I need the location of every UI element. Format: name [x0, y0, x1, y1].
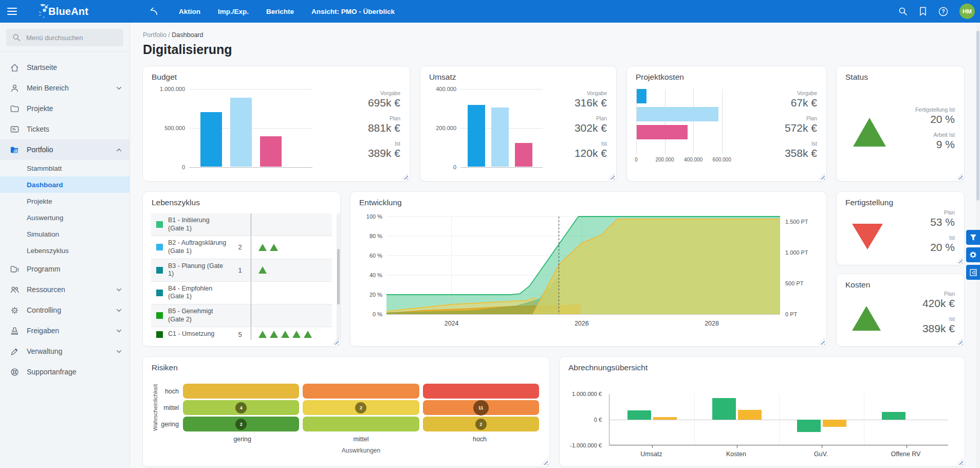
stat-label: Vorgabe: [323, 90, 400, 96]
risk-cell-hoch-hoch[interactable]: [423, 384, 539, 399]
resize-handle[interactable]: [956, 173, 963, 179]
sidebar-subitem-projekte[interactable]: Projekte: [0, 193, 130, 209]
risiken-card: Risiken Wahrscheinlichkeithochmittelgeri…: [142, 356, 550, 467]
sidebar-item-startseite[interactable]: Startseite: [0, 57, 130, 78]
sidebar-subitem-stammblatt[interactable]: Stammblatt: [0, 160, 130, 176]
bar-vorgabe: [468, 105, 485, 167]
status-up-triangle-icon: [304, 331, 312, 338]
bar-umsatz-s1: [627, 410, 651, 420]
resize-handle[interactable]: [956, 338, 963, 345]
sidebar-item-portfolio[interactable]: Portfolio: [0, 139, 130, 160]
risk-cell-mittel-mittel[interactable]: 2: [303, 400, 419, 415]
risk-count-badge[interactable]: 2: [355, 402, 366, 413]
menu-toggle-icon[interactable]: [0, 6, 24, 17]
risk-grid-row: 4211: [183, 400, 539, 415]
bar-plan: [637, 107, 718, 121]
risk-row-label: hoch: [159, 384, 183, 399]
risk-cell-gering-hoch[interactable]: 2: [423, 417, 539, 431]
risk-matrix: Wahrscheinlichkeithochmittelgering421122…: [151, 384, 539, 454]
risk-count-badge[interactable]: 4: [235, 402, 247, 413]
lifecycle-row[interactable]: B2 - Auftragsklärung (Gate 1)2: [151, 236, 332, 259]
risk-cell-mittel-gering[interactable]: 4: [183, 400, 299, 415]
risk-row-label: mittel: [159, 400, 183, 415]
x-tick: [822, 445, 822, 448]
sidebar-item-supportanfrage[interactable]: Supportanfrage: [0, 362, 130, 382]
risk-grid: 421122: [183, 384, 539, 431]
sidebar-subitem-lebenszyklus[interactable]: Lebenszyklus: [0, 242, 130, 259]
resize-handle[interactable]: [957, 459, 963, 465]
risk-cell-mittel-hoch[interactable]: 11: [423, 400, 539, 415]
resize-handle[interactable]: [402, 173, 408, 179]
nav-item-imp-exp[interactable]: Imp./Exp.: [218, 8, 249, 15]
risk-count-badge[interactable]: 2: [475, 419, 487, 430]
nav-item-ansicht-pmo-überblick[interactable]: Ansicht: PMO - Überblick: [311, 8, 395, 15]
sidebar-item-ressourcen[interactable]: Ressourcen: [0, 279, 130, 300]
phase-name: B3 - Planung (Gate 1): [151, 259, 229, 281]
collapse-panel-button[interactable]: [966, 265, 980, 280]
sidebar-item-programm[interactable]: Programm: [0, 259, 130, 279]
category-label: GuV.: [779, 451, 863, 458]
sidebar-item-verwaltung[interactable]: Verwaltung: [0, 341, 130, 362]
main-content: Portfolio / Dashboard Digitalisierung Bu…: [131, 23, 980, 468]
stat-ist: Ist120k €: [530, 140, 607, 159]
risk-count-badge[interactable]: 11: [473, 400, 489, 416]
help-icon[interactable]: ?: [938, 7, 948, 16]
lifecycle-row[interactable]: B5 - Genehmigt (Gate 2): [151, 304, 332, 327]
risk-count-badge[interactable]: 2: [235, 419, 247, 430]
sidebar-subitem-simulation[interactable]: Simulation: [0, 226, 130, 242]
search-icon[interactable]: [898, 7, 908, 16]
fertigstellung-card: Fertigstellung Plan53 %Ist20 %: [836, 191, 965, 265]
sidebar-item-freigaben[interactable]: Freigaben: [0, 320, 130, 341]
resize-handle[interactable]: [608, 173, 615, 179]
menu-search-input[interactable]: [26, 34, 118, 42]
sidebar-item-controlling[interactable]: Controlling: [0, 300, 130, 320]
lifecycle-row[interactable]: C1 - Umsetzung5: [151, 327, 332, 340]
resize-handle[interactable]: [956, 257, 963, 263]
risk-cell-gering-gering[interactable]: 2: [183, 417, 299, 431]
sidebar-item-tickets[interactable]: Tickets: [0, 119, 130, 139]
menu-search[interactable]: [6, 29, 123, 46]
nav-item-aktion[interactable]: Aktion: [179, 8, 200, 15]
lifecycle-row[interactable]: B4 - Empfohlen (Gate 1): [151, 282, 332, 304]
user-avatar[interactable]: HM: [959, 4, 975, 19]
card-title: Entwicklung: [359, 198, 402, 207]
scrollbar-thumb[interactable]: [337, 249, 340, 304]
table-scrollbar[interactable]: [337, 213, 340, 340]
nav-item-berichte[interactable]: Berichte: [266, 8, 294, 15]
page-title: Digitalisierung: [143, 42, 232, 57]
risk-cell-gering-mittel[interactable]: [303, 417, 419, 431]
sidebar-item-label: Portfolio: [27, 146, 108, 154]
phase-name: C1 - Umsetzung: [151, 327, 229, 340]
stat-value: 9 %: [878, 138, 955, 151]
risk-cell-hoch-gering[interactable]: [183, 384, 299, 399]
stat-ist: Ist358k €: [740, 140, 817, 159]
sidebar-divider: [0, 51, 130, 52]
resize-handle[interactable]: [332, 338, 339, 345]
svg-text:2026: 2026: [575, 320, 589, 327]
lifecycle-row[interactable]: B1 - Initiierung (Gate 1): [151, 213, 332, 236]
back-icon[interactable]: [149, 7, 159, 16]
sidebar-item-projekte[interactable]: Projekte: [0, 98, 130, 119]
card-title: Status: [845, 73, 868, 82]
bookmark-icon[interactable]: [919, 7, 927, 16]
lifecycle-row[interactable]: B3 - Planung (Gate 1)1: [151, 259, 332, 282]
phase-status-triangles: [251, 236, 332, 258]
scrollbar-thumb[interactable]: [976, 31, 979, 201]
sidebar-item-mein-bereich[interactable]: Mein Bereich: [0, 78, 130, 98]
resize-handle[interactable]: [542, 459, 548, 465]
svg-text:40 %: 40 %: [369, 272, 382, 278]
sidebar-subitem-auswertung[interactable]: Auswertung: [0, 209, 130, 226]
risk-grid-row: [183, 384, 539, 399]
resize-handle[interactable]: [819, 173, 825, 179]
phase-label: B4 - Empfohlen (Gate 1): [168, 285, 227, 301]
filter-button[interactable]: [966, 230, 980, 245]
umsatz-card: Umsatz 400.000200.0000 Vorgabe316k €Plan…: [420, 66, 617, 182]
bar-vorgabe: [637, 89, 646, 103]
breadcrumb-parent[interactable]: Portfolio: [143, 31, 167, 39]
risk-cell-hoch-mittel[interactable]: [303, 384, 419, 399]
y-axis: 400.000200.0000: [428, 89, 460, 167]
y-tick-label: -1.000.000 €: [570, 442, 602, 448]
brand-logo[interactable]: BlueAnt: [38, 4, 125, 19]
settings-button[interactable]: [966, 247, 980, 262]
sidebar-subitem-dashboard[interactable]: Dashboard: [0, 176, 130, 193]
